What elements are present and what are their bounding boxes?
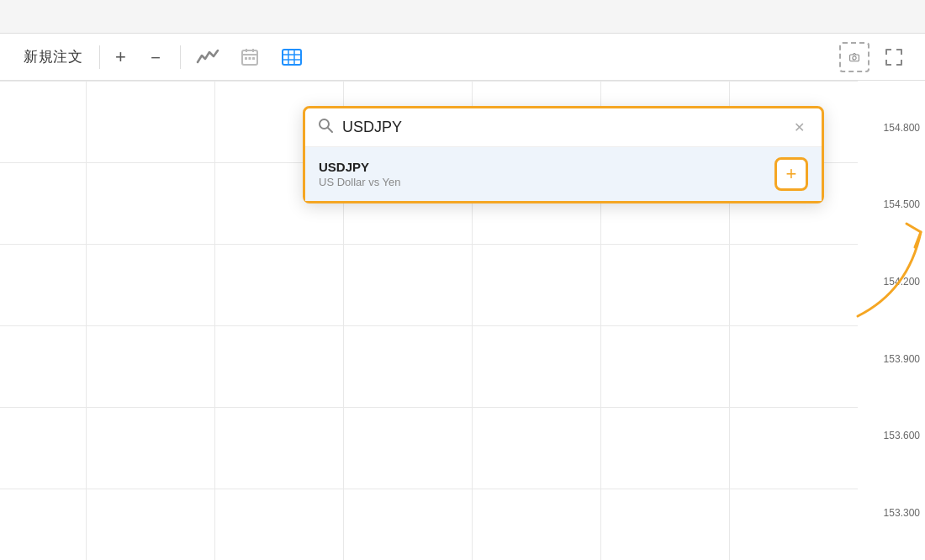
toolbar: 新規注文 + － [0, 34, 925, 81]
svg-line-15 [328, 128, 332, 132]
svg-rect-12 [850, 55, 859, 61]
new-order-button[interactable]: 新規注文 [13, 42, 92, 71]
search-overlay: ✕ USDJPY US Dollar vs Yen + [303, 106, 824, 203]
toolbar-divider-2 [180, 45, 181, 69]
search-result-item[interactable]: USDJPY US Dollar vs Yen + [305, 147, 822, 201]
screenshot-button[interactable] [839, 42, 870, 72]
chart-mode-button[interactable] [188, 42, 228, 72]
zoom-in-button[interactable]: + [107, 41, 135, 73]
search-input-row: ✕ [305, 108, 822, 146]
price-label: 153.900 [863, 353, 920, 365]
chart-line-icon [196, 47, 219, 67]
fullscreen-button[interactable] [876, 43, 912, 71]
svg-point-13 [853, 55, 856, 59]
price-label: 153.600 [863, 430, 920, 441]
svg-rect-5 [248, 57, 251, 60]
price-label: 153.300 [863, 507, 920, 519]
list-view-button[interactable] [272, 42, 312, 72]
svg-rect-6 [252, 57, 255, 60]
search-box: ✕ USDJPY US Dollar vs Yen + [303, 106, 824, 203]
search-input[interactable] [342, 119, 780, 136]
grid-line-vertical [214, 81, 215, 560]
search-results: USDJPY US Dollar vs Yen + [305, 146, 822, 201]
zoom-out-button[interactable]: － [138, 40, 173, 75]
result-name: US Dollar vs Yen [319, 176, 774, 188]
arrow-svg [841, 207, 925, 325]
result-add-button[interactable]: + [774, 157, 808, 191]
calendar-icon [240, 47, 260, 67]
top-bar [0, 0, 925, 34]
chart-area: 154.800 154.500 154.200 153.900 153.600 … [0, 81, 925, 560]
result-symbol: USDJPY [319, 160, 774, 174]
fullscreen-icon [885, 48, 903, 66]
search-clear-button[interactable]: ✕ [789, 118, 810, 137]
svg-rect-4 [245, 57, 247, 60]
price-label: 154.800 [863, 122, 920, 134]
grid-line-vertical [86, 81, 87, 560]
calendar-button[interactable] [231, 42, 268, 72]
list-icon [280, 47, 304, 67]
result-info: USDJPY US Dollar vs Yen [319, 160, 774, 188]
arrow-annotation [841, 207, 925, 328]
toolbar-right [839, 42, 912, 72]
svg-rect-7 [283, 50, 301, 65]
toolbar-divider-1 [99, 45, 100, 69]
main-content: 154.800 154.500 154.200 153.900 153.600 … [0, 81, 925, 560]
search-icon [317, 117, 334, 138]
camera-icon [849, 50, 859, 65]
